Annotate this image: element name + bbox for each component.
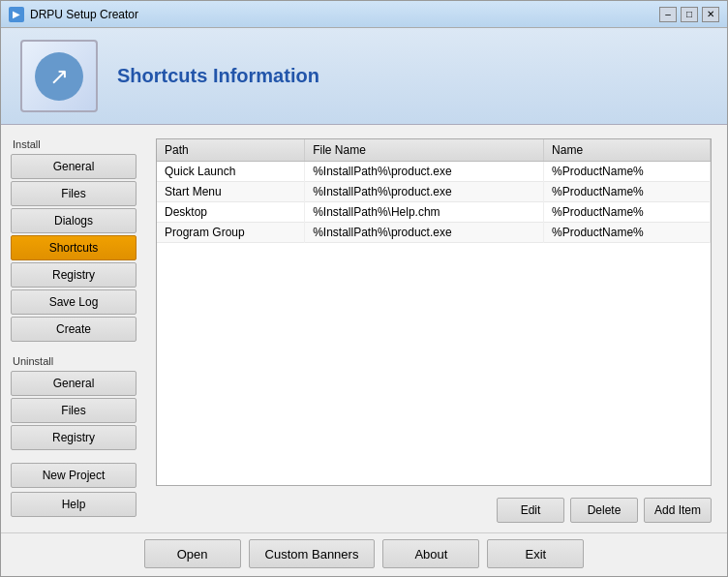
- table-row[interactable]: Desktop%InstallPath%\Help.chm%ProductNam…: [157, 202, 711, 223]
- sidebar-item-create[interactable]: Create: [11, 317, 136, 342]
- about-button[interactable]: About: [382, 539, 479, 568]
- window-title: DRPU Setup Creator: [30, 8, 659, 21]
- sidebar-bottom: New Project Help: [11, 463, 136, 523]
- sidebar-item-u-registry[interactable]: Registry: [11, 425, 136, 450]
- add-item-button[interactable]: Add Item: [644, 498, 712, 523]
- sidebar: Install General Files Dialogs Shortcuts …: [1, 125, 146, 532]
- table-actions: Edit Delete Add Item: [156, 494, 712, 523]
- uninstall-section-label: Uninstall: [11, 355, 136, 367]
- sidebar-item-shortcuts[interactable]: Shortcuts: [11, 235, 136, 260]
- cell-name: %ProductName%: [544, 202, 711, 223]
- main-window: ▶ DRPU Setup Creator – □ ✕ ↗ Shortcuts I…: [0, 0, 728, 577]
- footer-buttons: Open Custom Banners About Exit: [11, 539, 717, 568]
- shortcuts-table: Path File Name Name Quick Launch%Install…: [156, 138, 712, 486]
- sidebar-item-general[interactable]: General: [11, 154, 136, 179]
- cell-filename: %InstallPath%\product.exe: [305, 223, 544, 243]
- close-button[interactable]: ✕: [702, 7, 719, 22]
- header: ↗ Shortcuts Information: [1, 28, 727, 125]
- logo: ↗: [20, 40, 98, 112]
- table-row[interactable]: Program Group%InstallPath%\product.exe%P…: [157, 223, 711, 243]
- table-row[interactable]: Start Menu%InstallPath%\product.exe%Prod…: [157, 182, 711, 202]
- cell-filename: %InstallPath%\Help.chm: [305, 202, 544, 223]
- exit-button[interactable]: Exit: [487, 539, 584, 568]
- app-icon: ▶: [9, 7, 24, 22]
- open-button[interactable]: Open: [144, 539, 241, 568]
- col-filename: File Name: [305, 139, 544, 162]
- col-name: Name: [544, 139, 711, 162]
- spacer1: [11, 344, 136, 349]
- custom-banners-button[interactable]: Custom Banners: [249, 539, 376, 568]
- maximize-button[interactable]: □: [681, 7, 698, 22]
- delete-button[interactable]: Delete: [570, 498, 638, 523]
- title-bar: ▶ DRPU Setup Creator – □ ✕: [1, 1, 727, 28]
- sidebar-item-u-general[interactable]: General: [11, 371, 136, 396]
- col-path: Path: [157, 139, 305, 162]
- cell-filename: %InstallPath%\product.exe: [305, 162, 544, 182]
- sidebar-item-dialogs[interactable]: Dialogs: [11, 208, 136, 233]
- install-section-label: Install: [11, 138, 136, 150]
- cell-filename: %InstallPath%\product.exe: [305, 182, 544, 202]
- new-project-button[interactable]: New Project: [11, 463, 136, 488]
- content-panel: Path File Name Name Quick Launch%Install…: [146, 125, 727, 532]
- edit-button[interactable]: Edit: [497, 498, 564, 523]
- footer: Open Custom Banners About Exit: [1, 532, 727, 576]
- sidebar-item-files[interactable]: Files: [11, 181, 136, 206]
- window-controls: – □ ✕: [659, 7, 719, 22]
- logo-icon: ↗: [35, 52, 83, 101]
- minimize-button[interactable]: –: [659, 7, 677, 22]
- table-row[interactable]: Quick Launch%InstallPath%\product.exe%Pr…: [157, 162, 711, 182]
- cell-path: Desktop: [157, 202, 305, 223]
- cell-name: %ProductName%: [544, 223, 711, 243]
- sidebar-item-u-files[interactable]: Files: [11, 398, 136, 423]
- cell-path: Start Menu: [157, 182, 305, 202]
- cell-path: Program Group: [157, 223, 305, 243]
- cell-name: %ProductName%: [544, 162, 711, 182]
- header-title: Shortcuts Information: [117, 65, 319, 87]
- main-content: Install General Files Dialogs Shortcuts …: [1, 125, 727, 532]
- sidebar-item-registry[interactable]: Registry: [11, 262, 136, 288]
- cell-name: %ProductName%: [544, 182, 711, 202]
- sidebar-item-savelog[interactable]: Save Log: [11, 289, 136, 315]
- help-button[interactable]: Help: [11, 492, 136, 517]
- cell-path: Quick Launch: [157, 162, 305, 182]
